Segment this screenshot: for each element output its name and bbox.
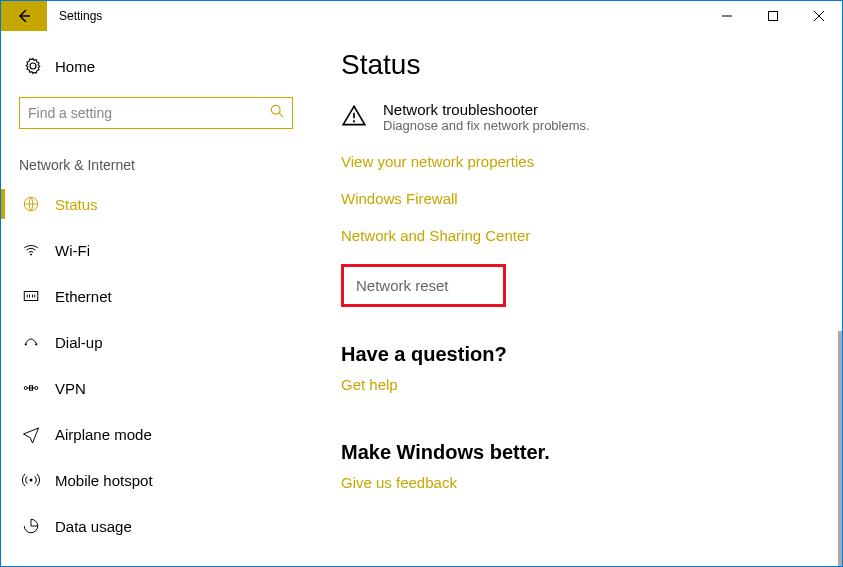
sidebar-item-label: Dial-up bbox=[43, 334, 103, 351]
dialup-icon bbox=[19, 333, 43, 351]
window-title: Settings bbox=[47, 9, 704, 23]
sidebar-item-dialup[interactable]: Dial-up bbox=[1, 319, 311, 365]
link-network-sharing[interactable]: Network and Sharing Center bbox=[341, 227, 530, 244]
body: Home Network & Internet Status Wi-Fi bbox=[1, 31, 842, 566]
sidebar-item-hotspot[interactable]: Mobile hotspot bbox=[1, 457, 311, 503]
search-box[interactable] bbox=[19, 97, 293, 129]
link-view-properties[interactable]: View your network properties bbox=[341, 153, 534, 170]
sidebar-item-wifi[interactable]: Wi-Fi bbox=[1, 227, 311, 273]
sidebar-item-vpn[interactable]: VPN bbox=[1, 365, 311, 411]
sidebar-item-label: Ethernet bbox=[43, 288, 112, 305]
sidebar-item-airplane[interactable]: Airplane mode bbox=[1, 411, 311, 457]
titlebar: Settings bbox=[1, 1, 842, 31]
minimize-button[interactable] bbox=[704, 1, 750, 31]
sidebar-item-label: Airplane mode bbox=[43, 426, 152, 443]
home-button[interactable]: Home bbox=[1, 49, 311, 83]
close-icon bbox=[814, 11, 824, 21]
svg-point-11 bbox=[353, 120, 355, 122]
svg-point-10 bbox=[30, 479, 33, 482]
search-icon bbox=[270, 104, 284, 122]
globe-icon bbox=[19, 195, 43, 213]
troubleshooter-sub: Diagnose and fix network problems. bbox=[383, 118, 590, 133]
sidebar-item-label: Mobile hotspot bbox=[43, 472, 153, 489]
hotspot-icon bbox=[19, 471, 43, 489]
sidebar-item-label: Data usage bbox=[43, 518, 132, 535]
category-header: Network & Internet bbox=[1, 129, 311, 181]
network-reset-label: Network reset bbox=[356, 277, 449, 294]
link-windows-firewall[interactable]: Windows Firewall bbox=[341, 190, 458, 207]
sidebar-item-label: Wi-Fi bbox=[43, 242, 90, 259]
warning-icon bbox=[341, 103, 367, 133]
data-usage-icon bbox=[19, 517, 43, 535]
sidebar-item-status[interactable]: Status bbox=[1, 181, 311, 227]
svg-point-6 bbox=[35, 343, 37, 345]
svg-point-8 bbox=[35, 387, 38, 390]
scrollbar[interactable] bbox=[838, 331, 842, 566]
troubleshooter-title: Network troubleshooter bbox=[383, 101, 590, 118]
link-get-help[interactable]: Get help bbox=[341, 376, 398, 393]
svg-point-3 bbox=[30, 254, 32, 256]
svg-rect-0 bbox=[769, 12, 778, 21]
svg-point-7 bbox=[24, 387, 27, 390]
svg-point-1 bbox=[271, 105, 280, 114]
back-button[interactable] bbox=[1, 1, 47, 31]
sidebar-item-data[interactable]: Data usage bbox=[1, 503, 311, 549]
home-label: Home bbox=[45, 58, 95, 75]
airplane-icon bbox=[19, 425, 43, 443]
wifi-icon bbox=[19, 241, 43, 259]
arrow-left-icon bbox=[16, 8, 32, 24]
network-reset-link[interactable]: Network reset bbox=[341, 264, 506, 307]
svg-point-5 bbox=[25, 343, 27, 345]
close-button[interactable] bbox=[796, 1, 842, 31]
window-controls bbox=[704, 1, 842, 31]
sidebar-item-label: Status bbox=[43, 196, 98, 213]
troubleshooter-row[interactable]: Network troubleshooter Diagnose and fix … bbox=[341, 101, 812, 133]
sidebar: Home Network & Internet Status Wi-Fi bbox=[1, 31, 311, 566]
svg-rect-4 bbox=[24, 292, 38, 301]
settings-window: Settings Home bbox=[0, 0, 843, 567]
sidebar-item-ethernet[interactable]: Ethernet bbox=[1, 273, 311, 319]
page-title: Status bbox=[341, 49, 812, 81]
better-heading: Make Windows better. bbox=[341, 441, 812, 464]
search-input[interactable] bbox=[28, 105, 270, 121]
main-content: Status Network troubleshooter Diagnose a… bbox=[311, 31, 842, 566]
maximize-button[interactable] bbox=[750, 1, 796, 31]
minimize-icon bbox=[722, 11, 732, 21]
sidebar-item-label: VPN bbox=[43, 380, 86, 397]
maximize-icon bbox=[768, 11, 778, 21]
ethernet-icon bbox=[19, 287, 43, 305]
link-feedback[interactable]: Give us feedback bbox=[341, 474, 457, 491]
vpn-icon bbox=[19, 379, 43, 397]
question-heading: Have a question? bbox=[341, 343, 812, 366]
gear-icon bbox=[21, 57, 45, 75]
